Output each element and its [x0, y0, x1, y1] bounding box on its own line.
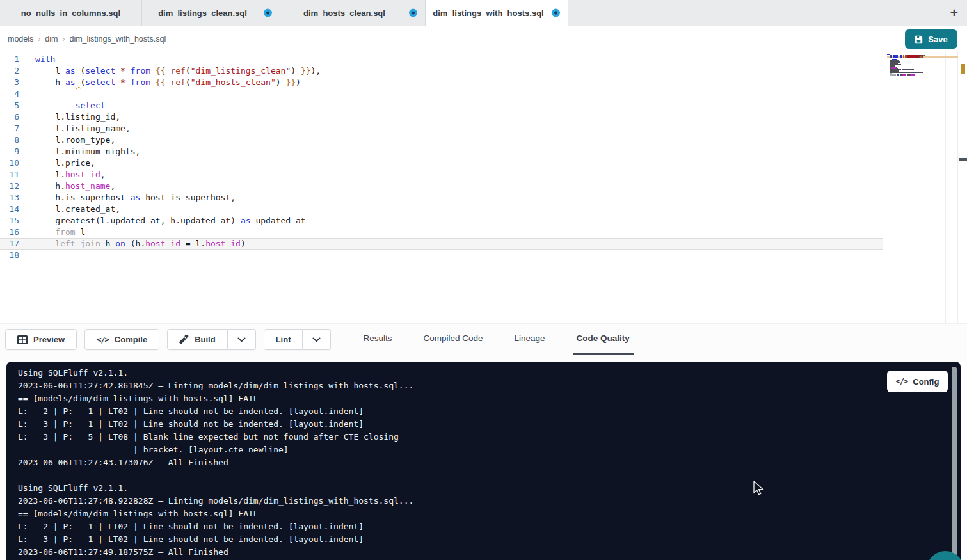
terminal-line: | bracket. [layout.cte_newline] [18, 444, 413, 456]
plus-icon: + [950, 5, 958, 20]
new-tab-button[interactable]: + [941, 0, 967, 26]
tab-dim-hosts-clean[interactable]: dim_hosts_clean.sql [280, 0, 426, 26]
file-tab-bar: no_nulls_in_columns.sql dim_listings_cle… [0, 0, 967, 26]
code-line[interactable]: 9 l.minimum_nights, [0, 146, 883, 157]
code-text: greatest(l.updated_at, h.updated_at) as … [19, 215, 306, 227]
code-line[interactable]: 10 l.price, [0, 157, 883, 169]
code-editor[interactable]: 1with2 l as (select * from {{ ref("dim_l… [0, 52, 967, 323]
config-button[interactable]: </> Config [887, 371, 948, 392]
warning-marker [961, 64, 965, 74]
compile-button[interactable]: </> Compile [84, 329, 159, 350]
code-icon: </> [896, 377, 908, 386]
tab-label: dim_listings_clean.sql [158, 8, 247, 18]
terminal-line: L: 3 | P: 5 | LT08 | Blank line expected… [18, 431, 413, 444]
code-line[interactable]: 16 from l [0, 227, 883, 238]
code-line[interactable]: 5 select [0, 100, 883, 111]
terminal-line: L: 2 | P: 1 | LT02 | Line should not be … [18, 405, 413, 418]
code-line[interactable]: 6 l.listing_id, [0, 111, 883, 123]
breadcrumb-segment: models [8, 35, 33, 44]
build-button[interactable]: Build [167, 329, 228, 350]
line-number: 7 [0, 123, 19, 134]
code-line[interactable]: 15 greatest(l.updated_at, h.updated_at) … [0, 215, 883, 227]
minimap-divider [945, 52, 946, 323]
preview-button-label: Preview [33, 335, 65, 344]
terminal-line: L: 3 | P: 1 | LT02 | Line should not be … [18, 418, 413, 431]
code-text: l.room_type, [19, 134, 115, 146]
code-text: l.created_at, [19, 204, 120, 215]
line-number: 14 [0, 204, 19, 215]
line-number: 5 [0, 100, 19, 111]
terminal-scrollbar[interactable] [952, 367, 957, 556]
code-line[interactable]: 2 l as (select * from {{ ref("dim_listin… [0, 65, 883, 77]
config-button-label: Config [913, 377, 939, 387]
line-number: 18 [0, 250, 19, 261]
line-number: 8 [0, 134, 19, 146]
tab-label: no_nulls_in_columns.sql [21, 8, 120, 18]
terminal-line: Using SQLFluff v2.1.1. [18, 367, 413, 380]
tab-dim-listings-clean[interactable]: dim_listings_clean.sql [142, 0, 280, 26]
lint-output-terminal: Using SQLFluff v2.1.1.2023-06-06T11:27:4… [6, 362, 961, 560]
hammer-icon [179, 335, 189, 344]
panel-tab-label: Results [363, 333, 392, 343]
tab-label: dim_hosts_clean.sql [303, 8, 385, 18]
chevron-right-icon: › [38, 35, 40, 44]
save-button-label: Save [928, 35, 947, 44]
terminal-line [18, 469, 413, 482]
code-icon: </> [97, 335, 109, 344]
code-line[interactable]: 17 left join h on (h.host_id = l.host_id… [0, 238, 883, 250]
panel-tab-group: Results Compiled Code Lineage Code Quali… [359, 324, 633, 355]
code-text [19, 250, 35, 261]
code-line[interactable]: 14 l.created_at, [0, 204, 883, 215]
code-text: h.is_superhost as host_is_superhost, [19, 192, 236, 204]
scroll-position-marker[interactable] [959, 158, 967, 161]
tab-compiled-code[interactable]: Compiled Code [419, 324, 486, 355]
code-line[interactable]: 13 h.is_superhost as host_is_superhost, [0, 192, 883, 204]
code-line[interactable]: 8 l.room_type, [0, 134, 883, 146]
lint-button-label: Lint [276, 335, 291, 344]
code-text: l.listing_id, [19, 111, 120, 123]
code-text: with [19, 54, 55, 65]
tab-bar-spacer [568, 0, 941, 26]
line-number: 6 [0, 111, 19, 123]
terminal-line: == [models/dim/dim_listings_with_hosts.s… [18, 508, 413, 520]
line-number: 1 [0, 54, 19, 65]
panel-tab-label: Compiled Code [423, 333, 483, 343]
tab-results[interactable]: Results [359, 324, 396, 355]
build-button-label: Build [195, 335, 216, 344]
tab-dim-listings-with-hosts[interactable]: dim_listings_with_hosts.sql [426, 0, 568, 26]
code-text [19, 88, 35, 100]
panel-tab-label: Code Quality [577, 333, 630, 343]
terminal-output: Using SQLFluff v2.1.1.2023-06-06T11:27:4… [18, 367, 413, 559]
breadcrumb-bar: models › dim › dim_listings_with_hosts.s… [0, 26, 967, 52]
code-line[interactable]: 7 l.listing_name, [0, 123, 883, 134]
code-line[interactable]: 11 l.host_id, [0, 169, 883, 180]
ruler-divider [957, 52, 958, 323]
terminal-line: 2023-06-06T11:27:49.187575Z — All Finish… [18, 546, 413, 559]
terminal-line: L: 3 | P: 1 | LT02 | Line should not be … [18, 533, 413, 546]
tab-no-nulls-in-columns[interactable]: no_nulls_in_columns.sql [0, 0, 142, 26]
build-dropdown-button[interactable] [228, 329, 256, 350]
code-line[interactable]: 1with [0, 54, 883, 65]
code-text: l.listing_name, [19, 123, 131, 134]
code-lines[interactable]: 1with2 l as (select * from {{ ref("dim_l… [0, 54, 883, 261]
lint-button[interactable]: Lint [264, 329, 303, 350]
save-icon [915, 35, 923, 44]
save-button[interactable]: Save [905, 29, 957, 49]
table-icon [17, 335, 28, 344]
code-line[interactable]: 3 h as (select * from {{ ref("dim_hosts_… [0, 77, 883, 88]
tab-lineage[interactable]: Lineage [511, 324, 549, 355]
chevron-right-icon: › [62, 35, 65, 44]
code-line[interactable]: 4 [0, 88, 883, 100]
code-text: left join h on (h.host_id = l.host_id) [19, 239, 246, 249]
line-number: 17 [0, 239, 19, 249]
lint-dropdown-button[interactable] [303, 329, 331, 350]
tab-label: dim_listings_with_hosts.sql [433, 8, 543, 18]
code-text: select [19, 100, 106, 111]
code-line[interactable]: 18 [0, 250, 883, 261]
minimap[interactable] [887, 54, 938, 77]
preview-button[interactable]: Preview [5, 329, 77, 350]
code-text: l.minimum_nights, [19, 146, 140, 157]
terminal-line: L: 2 | P: 1 | LT02 | Line should not be … [18, 520, 413, 533]
tab-code-quality[interactable]: Code Quality [573, 324, 634, 355]
code-line[interactable]: 12 h.host_name, [0, 180, 883, 192]
